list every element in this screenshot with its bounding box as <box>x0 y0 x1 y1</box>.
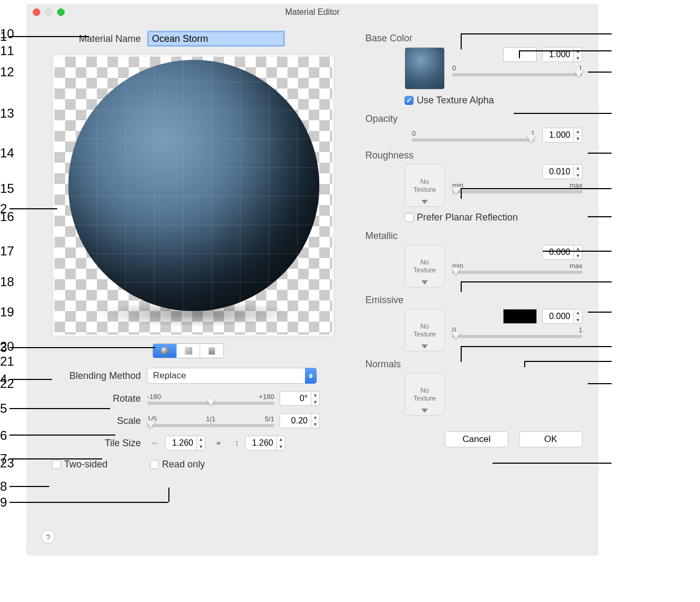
base-color-swatch[interactable] <box>503 47 537 62</box>
help-button[interactable]: ? <box>41 530 55 544</box>
rotate-slider[interactable]: -180+180 <box>147 393 274 405</box>
base-color-slider[interactable]: 01 <box>452 64 582 76</box>
callout-14: 14 <box>0 146 14 161</box>
emissive-color-swatch[interactable] <box>503 309 537 324</box>
rotate-stepper[interactable]: ▲▼ <box>311 391 320 406</box>
tile-y-field[interactable]: ▲▼ <box>245 436 285 450</box>
traffic-lights <box>33 8 65 16</box>
callout-16: 16 <box>0 209 14 224</box>
base-color-label: Base Color <box>365 33 582 44</box>
chevron-down-icon <box>421 280 428 285</box>
callout-9: 9 <box>0 495 7 510</box>
preview-cube-button[interactable] <box>177 344 201 358</box>
callout-19: 19 <box>0 305 14 320</box>
vertical-arrow-icon: ↕ <box>231 438 242 448</box>
blending-label: Blending Method <box>41 370 147 382</box>
right-panel: Base Color ▲▼ 01 Use Texture Alpha Opaci… <box>365 25 582 447</box>
callout-8: 8 <box>0 479 7 494</box>
prefer-planar-label: Prefer Planar Reflection <box>417 212 518 223</box>
preview-sphere <box>68 60 319 311</box>
roughness-value-field[interactable]: ▲▼ <box>542 164 582 179</box>
roughness-texture[interactable]: NoTexture <box>405 164 445 207</box>
zoom-icon[interactable] <box>57 8 65 16</box>
close-icon[interactable] <box>33 8 40 16</box>
callout-5: 5 <box>0 401 7 416</box>
opacity-label: Opacity <box>365 113 582 125</box>
material-name-label: Material Name <box>41 33 147 45</box>
preview-shape-segmented <box>152 343 224 358</box>
read-only-label: Read only <box>162 459 205 470</box>
horizontal-arrow-icon: ↔ <box>147 438 162 448</box>
metallic-slider[interactable]: minmax <box>452 262 582 274</box>
blending-value: Replace <box>147 368 317 384</box>
emissive-texture[interactable]: NoTexture <box>405 309 445 351</box>
emissive-value-field[interactable]: ▲▼ <box>542 309 582 324</box>
link-icon[interactable]: ⚭ <box>209 438 228 448</box>
callout-20: 20 <box>0 339 14 354</box>
sphere-icon <box>161 347 168 355</box>
chevron-down-icon <box>421 200 428 204</box>
base-color-texture[interactable] <box>405 47 445 90</box>
two-sided-checkbox[interactable] <box>52 460 61 469</box>
use-texture-alpha-label: Use Texture Alpha <box>417 95 494 106</box>
preview-cylinder-button[interactable] <box>200 344 223 358</box>
prefer-planar-checkbox[interactable] <box>405 213 414 222</box>
tile-y-stepper[interactable]: ▲▼ <box>277 436 285 450</box>
callout-6: 6 <box>0 428 7 443</box>
roughness-slider[interactable]: minmax <box>452 181 582 193</box>
callout-13: 13 <box>0 106 14 121</box>
tile-x-field[interactable]: ▲▼ <box>165 436 205 450</box>
callout-17: 17 <box>0 244 14 259</box>
material-name-input[interactable] <box>147 31 285 47</box>
metallic-label: Metallic <box>365 231 582 242</box>
preview-sphere-button[interactable] <box>153 344 177 358</box>
chevron-down-icon <box>421 344 428 349</box>
callout-21: 21 <box>0 354 14 369</box>
emissive-label: Emissive <box>365 295 582 306</box>
tile-label: Tile Size <box>41 438 147 449</box>
base-color-value-field[interactable]: ▲▼ <box>542 47 582 62</box>
rotate-field[interactable]: ▲▼ <box>280 391 320 406</box>
callout-15: 15 <box>0 181 14 196</box>
roughness-label: Roughness <box>365 150 582 161</box>
metallic-value-field[interactable]: ▲▼ <box>542 245 582 260</box>
left-panel: Material Name Blending Method Replace Ro… <box>41 31 338 477</box>
scale-slider[interactable]: 1/51/15/1 <box>147 415 274 427</box>
use-texture-alpha-checkbox[interactable] <box>405 96 414 105</box>
scale-field[interactable]: ▲▼ <box>280 413 320 428</box>
read-only-checkbox[interactable] <box>150 460 159 469</box>
tile-x-stepper[interactable]: ▲▼ <box>197 436 205 450</box>
emissive-slider[interactable]: 01 <box>452 326 582 338</box>
callout-12: 12 <box>0 65 14 79</box>
metallic-texture[interactable]: NoTexture <box>405 245 445 287</box>
normals-texture[interactable]: NoTexture <box>405 373 445 415</box>
ok-button[interactable]: OK <box>519 431 582 447</box>
cube-icon <box>185 347 192 355</box>
scale-stepper[interactable]: ▲▼ <box>311 413 320 428</box>
opacity-slider[interactable]: 01 <box>412 129 535 141</box>
titlebar: Material Editor <box>26 4 598 20</box>
opacity-value-field[interactable]: ▲▼ <box>542 128 582 143</box>
scale-label: Scale <box>41 415 147 427</box>
callout-18: 18 <box>0 275 14 289</box>
cancel-button[interactable]: Cancel <box>445 431 508 447</box>
cylinder-icon <box>209 347 215 355</box>
chevron-updown-icon <box>305 368 317 384</box>
two-sided-label: Two-sided <box>64 459 107 470</box>
callout-11: 11 <box>0 43 14 58</box>
chevron-down-icon <box>421 409 428 413</box>
minimize-icon[interactable] <box>45 8 52 16</box>
blending-select[interactable]: Replace <box>147 368 317 384</box>
callout-10: 10 <box>0 26 14 41</box>
rotate-label: Rotate <box>41 393 147 404</box>
material-editor-window: Material Editor Material Name Blending M… <box>26 4 598 555</box>
material-preview <box>52 54 335 337</box>
window-title: Material Editor <box>285 7 339 16</box>
